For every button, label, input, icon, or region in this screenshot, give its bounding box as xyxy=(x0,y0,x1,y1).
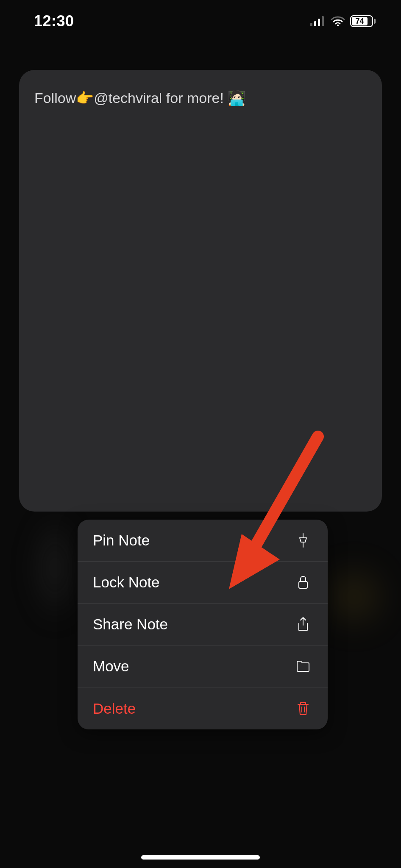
menu-item-label: Lock Note xyxy=(93,574,160,591)
menu-item-lock-note[interactable]: Lock Note xyxy=(78,562,328,604)
menu-item-delete[interactable]: Delete xyxy=(78,687,328,729)
svg-rect-3 xyxy=(322,16,324,26)
context-menu: Pin NoteLock NoteShare NoteMoveDelete xyxy=(78,520,328,729)
share-icon xyxy=(295,616,312,633)
menu-item-label: Move xyxy=(93,658,129,675)
home-indicator[interactable] xyxy=(141,855,260,860)
bg-glow xyxy=(30,509,81,627)
cellular-signal-icon xyxy=(310,16,326,26)
pin-icon xyxy=(295,532,312,549)
battery-indicator: 74 xyxy=(350,15,376,27)
svg-rect-5 xyxy=(299,581,307,588)
trash-icon xyxy=(295,700,312,717)
status-bar: 12:30 74 xyxy=(0,0,401,42)
bg-glow xyxy=(320,563,388,631)
wifi-icon xyxy=(331,16,345,26)
note-content-text: Follow👉@techviral for more! 🧑🏻‍💻 xyxy=(34,89,367,107)
menu-item-share-note[interactable]: Share Note xyxy=(78,604,328,645)
battery-percent: 74 xyxy=(355,17,364,26)
svg-point-4 xyxy=(337,25,339,26)
svg-rect-1 xyxy=(314,21,316,26)
menu-item-move[interactable]: Move xyxy=(78,645,328,687)
folder-icon xyxy=(295,658,312,675)
lock-icon xyxy=(295,574,312,591)
menu-item-label: Share Note xyxy=(93,616,168,633)
status-time: 12:30 xyxy=(34,12,74,30)
svg-rect-0 xyxy=(310,23,312,26)
svg-rect-2 xyxy=(318,19,320,26)
menu-item-label: Pin Note xyxy=(93,532,150,549)
menu-item-label: Delete xyxy=(93,700,136,717)
note-preview-card[interactable]: Follow👉@techviral for more! 🧑🏻‍💻 xyxy=(19,70,382,512)
menu-item-pin-note[interactable]: Pin Note xyxy=(78,520,328,562)
status-right-cluster: 74 xyxy=(310,15,376,27)
